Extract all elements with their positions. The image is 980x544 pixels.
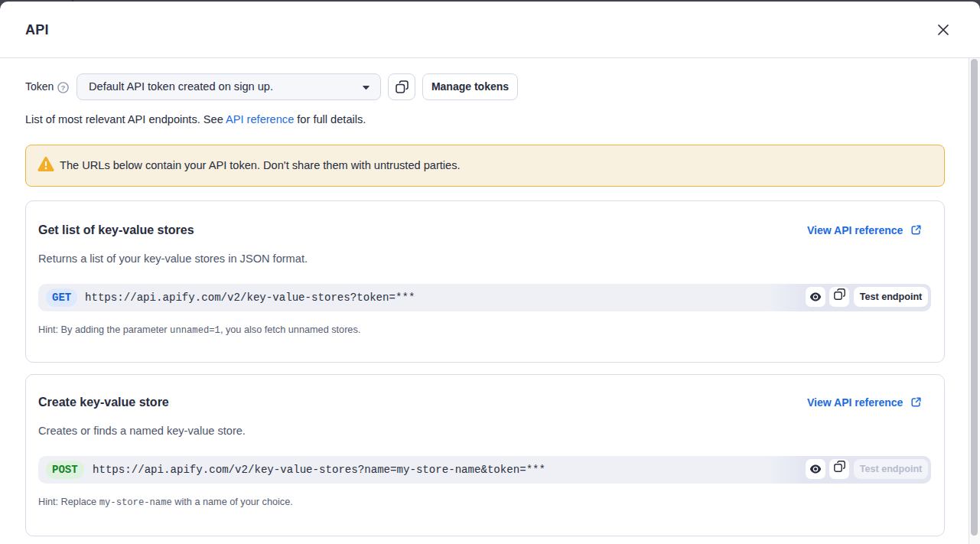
svg-text:?: ? (61, 83, 66, 91)
